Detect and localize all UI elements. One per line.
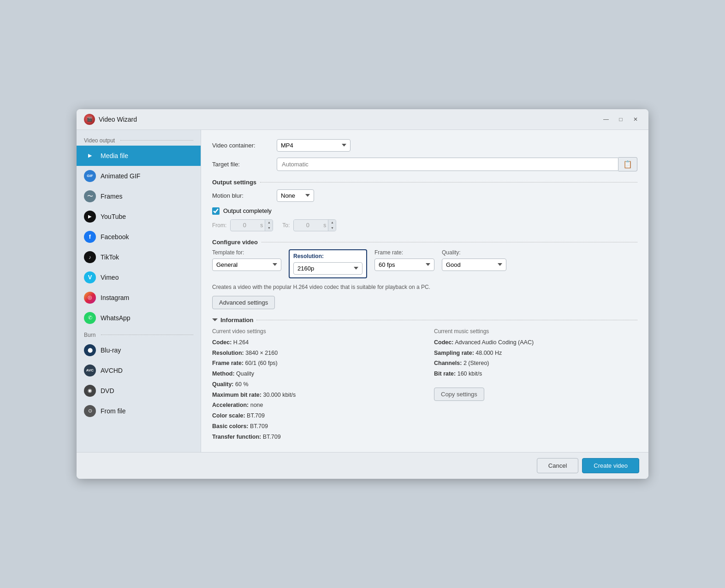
instagram-icon: ◎ bbox=[84, 292, 96, 304]
create-video-button[interactable]: Create video bbox=[582, 458, 639, 473]
minimize-button[interactable]: — bbox=[600, 114, 612, 125]
sidebar-item-from-file[interactable]: ⊙ From file bbox=[77, 401, 201, 421]
video-method-row: Method: Quality bbox=[212, 370, 416, 378]
cancel-button[interactable]: Cancel bbox=[537, 458, 578, 473]
from-spinner-up[interactable]: ▲ bbox=[265, 220, 273, 225]
facebook-icon: f bbox=[84, 231, 96, 243]
media-file-icon: ▶ bbox=[84, 150, 96, 162]
to-spinner-down[interactable]: ▼ bbox=[328, 225, 336, 231]
framerate-col: Frame rate: 24 fps 30 fps 60 fps bbox=[374, 249, 434, 271]
template-label: Template for: bbox=[212, 249, 281, 256]
video-container-label: Video container: bbox=[212, 142, 277, 149]
quality-select[interactable]: Low Good High Best bbox=[442, 259, 506, 271]
from-input[interactable] bbox=[231, 220, 258, 230]
configure-video-row: Template for: General Custom Resolution:… bbox=[212, 249, 637, 278]
sidebar: Video output ▶ Media file GIF Animated G… bbox=[77, 130, 201, 453]
sidebar-item-label: Frames bbox=[101, 193, 122, 200]
sidebar-item-animated-gif[interactable]: GIF Animated GIF bbox=[77, 166, 201, 186]
to-spinner-up[interactable]: ▲ bbox=[328, 220, 336, 225]
to-unit: s bbox=[321, 222, 328, 229]
output-completely-label: Output completely bbox=[223, 207, 272, 214]
vimeo-icon: V bbox=[84, 271, 96, 283]
maximize-button[interactable]: □ bbox=[615, 114, 626, 125]
triangle-icon bbox=[212, 318, 218, 321]
information-section: Information Current video settings Codec… bbox=[212, 317, 637, 443]
window-title: Video Wizard bbox=[99, 116, 137, 123]
sidebar-item-label: TikTok bbox=[101, 253, 119, 261]
from-label: From: bbox=[212, 222, 226, 229]
bottom-bar: Cancel Create video bbox=[77, 452, 648, 479]
sidebar-item-label: Facebook bbox=[101, 233, 129, 241]
music-channels-row: Channels: 2 (Stereo) bbox=[434, 359, 637, 368]
to-input-wrap: s ▲ ▼ bbox=[293, 219, 336, 231]
to-input[interactable] bbox=[294, 220, 321, 230]
title-bar: 🎬 Video Wizard — □ ✕ bbox=[77, 109, 648, 130]
from-spinner: ▲ ▼ bbox=[265, 220, 273, 231]
sidebar-item-facebook[interactable]: f Facebook bbox=[77, 227, 201, 247]
sidebar-item-label: Vimeo bbox=[101, 274, 119, 281]
from-spinner-down[interactable]: ▼ bbox=[265, 225, 273, 231]
motion-blur-control: None Low Medium High bbox=[277, 189, 637, 202]
video-resolution-row: Resolution: 3840 × 2160 bbox=[212, 349, 416, 358]
sidebar-item-label: DVD bbox=[101, 387, 114, 394]
sidebar-item-youtube[interactable]: ▶ YouTube bbox=[77, 206, 201, 227]
content-area: Video output ▶ Media file GIF Animated G… bbox=[77, 130, 648, 453]
target-file-input[interactable] bbox=[277, 158, 618, 171]
burn-section-label: Burn bbox=[77, 328, 201, 340]
to-label: To: bbox=[282, 222, 290, 229]
music-samplingrate-row: Sampling rate: 48.000 Hz bbox=[434, 349, 637, 358]
sidebar-item-label: From file bbox=[101, 407, 125, 415]
sidebar-item-media-file[interactable]: ▶ Media file bbox=[77, 146, 201, 166]
tiktok-icon: ♪ bbox=[84, 251, 96, 263]
video-framerate-row: Frame rate: 60/1 (60 fps) bbox=[212, 359, 416, 368]
sidebar-item-whatsapp[interactable]: ✆ WhatsApp bbox=[77, 308, 201, 328]
music-info-col: Current music settings Codec: Advanced A… bbox=[434, 328, 637, 443]
video-quality-row: Quality: 60 % bbox=[212, 380, 416, 389]
motion-blur-select[interactable]: None Low Medium High bbox=[277, 189, 314, 202]
motion-blur-row: Motion blur: None Low Medium High bbox=[212, 189, 637, 202]
template-col: Template for: General Custom bbox=[212, 249, 281, 271]
sidebar-item-label: YouTube bbox=[101, 213, 126, 220]
sidebar-item-dvd[interactable]: ◉ DVD bbox=[77, 381, 201, 401]
copy-settings-button[interactable]: Copy settings bbox=[434, 388, 484, 401]
sidebar-item-label: Instagram bbox=[101, 294, 129, 301]
frames-icon: 〜 bbox=[84, 190, 96, 202]
framerate-select[interactable]: 24 fps 30 fps 60 fps bbox=[374, 259, 434, 271]
target-file-browse-button[interactable]: 📋 bbox=[618, 157, 637, 171]
to-spinner: ▲ ▼ bbox=[328, 220, 336, 231]
animated-gif-icon: GIF bbox=[84, 170, 96, 182]
sidebar-item-label: Media file bbox=[101, 152, 128, 159]
bluray-icon: ⬤ bbox=[84, 344, 96, 356]
avchd-icon: AVC bbox=[84, 365, 96, 376]
target-file-row: Target file: 📋 bbox=[212, 157, 637, 171]
information-header: Information bbox=[212, 317, 637, 323]
video-output-section-label: Video output bbox=[77, 134, 201, 146]
close-button[interactable]: ✕ bbox=[630, 114, 641, 125]
dvd-icon: ◉ bbox=[84, 385, 96, 397]
video-container-control: MP4 AVI MKV MOV WMV bbox=[277, 139, 637, 152]
resolution-select[interactable]: 480p 720p 1080p 1440p 2160p bbox=[293, 262, 362, 275]
window-controls: — □ ✕ bbox=[600, 114, 641, 125]
sidebar-item-frames[interactable]: 〜 Frames bbox=[77, 186, 201, 206]
sidebar-item-avchd[interactable]: AVC AVCHD bbox=[77, 360, 201, 381]
configure-video-header: Configure video bbox=[212, 239, 637, 246]
advanced-settings-button[interactable]: Advanced settings bbox=[212, 296, 275, 309]
sidebar-item-bluray[interactable]: ⬤ Blu-ray bbox=[77, 340, 201, 360]
app-icon: 🎬 bbox=[84, 114, 95, 125]
whatsapp-icon: ✆ bbox=[84, 312, 96, 324]
sidebar-item-tiktok[interactable]: ♪ TikTok bbox=[77, 247, 201, 267]
sidebar-item-instagram[interactable]: ◎ Instagram bbox=[77, 288, 201, 308]
video-colorscale-row: Color scale: BT.709 bbox=[212, 412, 416, 420]
information-title: Information bbox=[220, 317, 254, 323]
sidebar-item-vimeo[interactable]: V Vimeo bbox=[77, 267, 201, 288]
from-input-wrap: s ▲ ▼ bbox=[230, 219, 273, 231]
from-to-row: From: s ▲ ▼ To: s ▲ ▼ bbox=[212, 219, 637, 231]
current-music-settings-title: Current music settings bbox=[434, 328, 637, 335]
output-completely-checkbox[interactable] bbox=[212, 207, 220, 215]
main-window: 🎬 Video Wizard — □ ✕ Video output ▶ Medi… bbox=[77, 109, 648, 479]
template-select[interactable]: General Custom bbox=[212, 259, 281, 271]
video-codec-row: Codec: H.264 bbox=[212, 338, 416, 347]
sidebar-item-label: Animated GIF bbox=[101, 172, 140, 180]
video-transferfn-row: Transfer function: BT.709 bbox=[212, 433, 416, 441]
video-container-select[interactable]: MP4 AVI MKV MOV WMV bbox=[277, 139, 351, 152]
